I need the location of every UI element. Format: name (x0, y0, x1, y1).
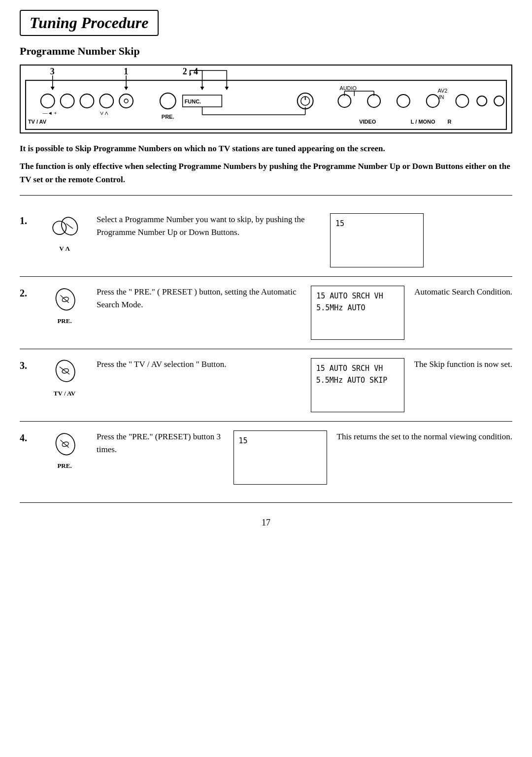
step-2-screen: 15 AUTO SRCH VH 5.5MHz AUTO (311, 286, 404, 340)
step-2-icon: PRE. (37, 286, 92, 325)
svg-marker-5 (51, 87, 55, 90)
step-4-note: This returns the set to the normal viewi… (337, 430, 512, 443)
step-3-row: 3. TV / AV Press the " TV / AV selection… (20, 349, 512, 422)
tvav-button-icon (48, 358, 81, 388)
svg-point-17 (124, 99, 128, 103)
svg-point-15 (100, 94, 113, 108)
step-1-desc: Select a Programme Number you want to sk… (97, 213, 330, 239)
section-divider (20, 195, 512, 196)
svg-text:IN: IN (439, 94, 444, 100)
title-box: Tuning Procedure (20, 10, 159, 36)
step-1-row: 1. V Λ Select a Programme Number you wan… (20, 204, 512, 277)
svg-point-16 (119, 94, 133, 108)
tv-panel-svg: 3 1 2 , 4 TV / AV —◄ + V Λ (21, 66, 511, 134)
step-3-note: The Skip function is now set. (414, 358, 512, 371)
step-4-screen-line1: 15 (239, 436, 248, 445)
svg-text:2 , 4: 2 , 4 (183, 66, 198, 76)
step-2-desc: Press the " PRE." ( PRESET ) button, set… (97, 286, 311, 312)
step-1-screen: 15 (330, 213, 424, 267)
svg-point-14 (80, 94, 94, 108)
step-4-icon-label: PRE. (57, 462, 71, 470)
svg-point-37 (367, 95, 380, 107)
step-2-screen-line2: 5.5MHz AUTO (316, 303, 365, 312)
step-1-screen-line1: 15 (335, 219, 344, 228)
step-4-desc: Press the "PRE." (PRESET) button 3 times… (97, 430, 233, 457)
svg-point-45 (477, 96, 487, 106)
step-4-icon: PRE. (37, 430, 92, 470)
section-heading: Programme Number Skip (20, 45, 512, 58)
step-3-screen-line1: 15 AUTO SRCH VH (316, 364, 383, 373)
svg-text:TV / AV: TV / AV (28, 119, 47, 125)
step-2-row: 2. PRE. Press the " PRE." ( PRESET ) but… (20, 277, 512, 349)
svg-point-20 (160, 93, 176, 109)
svg-text:PRE.: PRE. (162, 114, 174, 120)
tv-diagram: 3 1 2 , 4 TV / AV —◄ + V Λ (20, 65, 512, 133)
svg-text:V     Λ: V Λ (100, 110, 108, 116)
step-4-screen: 15 (233, 430, 327, 485)
svg-point-38 (397, 95, 410, 107)
svg-marker-7 (124, 87, 128, 90)
step-2-screen-line1: 15 AUTO SRCH VH (316, 292, 383, 300)
step-2-number: 2. (20, 286, 37, 299)
svg-line-49 (66, 224, 73, 229)
bottom-divider (20, 502, 512, 503)
step-4-row: 4. PRE. Press the "PRE." (PRESET) button… (20, 422, 512, 494)
svg-point-27 (298, 93, 313, 109)
step-4-number: 4. (20, 430, 37, 444)
step-3-number: 3. (20, 358, 37, 371)
svg-text:3: 3 (50, 66, 55, 76)
svg-text:1: 1 (124, 66, 128, 76)
svg-point-36 (338, 95, 351, 107)
svg-text:VIDEO: VIDEO (359, 119, 376, 125)
svg-text:L / MONO: L / MONO (411, 119, 435, 125)
step-1-icon: V Λ (37, 213, 92, 253)
step-3-icon-label: TV / AV (54, 390, 75, 397)
step-2-note: Automatic Search Condition. (414, 286, 512, 298)
step-1-number: 1. (20, 213, 37, 227)
page-number: 17 (20, 518, 512, 528)
step-3-screen: 15 AUTO SRCH VH 5.5MHz AUTO SKIP (311, 358, 404, 412)
svg-point-12 (41, 94, 55, 108)
svg-text:—◄  +: —◄ + (43, 110, 57, 116)
step-3-icon: TV / AV (37, 358, 92, 397)
description1: It is possible to Skip Programme Numbers… (20, 142, 512, 155)
svg-point-44 (456, 95, 468, 107)
svg-marker-9 (225, 87, 229, 90)
pre-button-icon (48, 286, 81, 315)
svg-text:AV2: AV2 (438, 88, 448, 94)
step-1-icon-label: V Λ (59, 245, 70, 253)
page-title: Tuning Procedure (30, 14, 149, 32)
pre-button2-icon (48, 430, 81, 460)
step-3-screen-line2: 5.5MHz AUTO SKIP (316, 376, 388, 385)
step-2-icon-label: PRE. (57, 317, 71, 325)
svg-point-13 (61, 94, 74, 108)
step-3-desc: Press the " TV / AV selection " Button. (97, 358, 311, 371)
svg-text:R: R (448, 119, 452, 125)
svg-point-47 (53, 221, 66, 234)
description2: The function is only effective when sele… (20, 160, 512, 186)
svg-text:FUNC.: FUNC. (185, 99, 201, 104)
v-up-down-icon (48, 213, 81, 243)
svg-point-39 (427, 95, 439, 107)
svg-marker-10 (200, 87, 204, 90)
svg-text:AUDIO: AUDIO (339, 85, 357, 91)
svg-point-46 (494, 96, 504, 106)
